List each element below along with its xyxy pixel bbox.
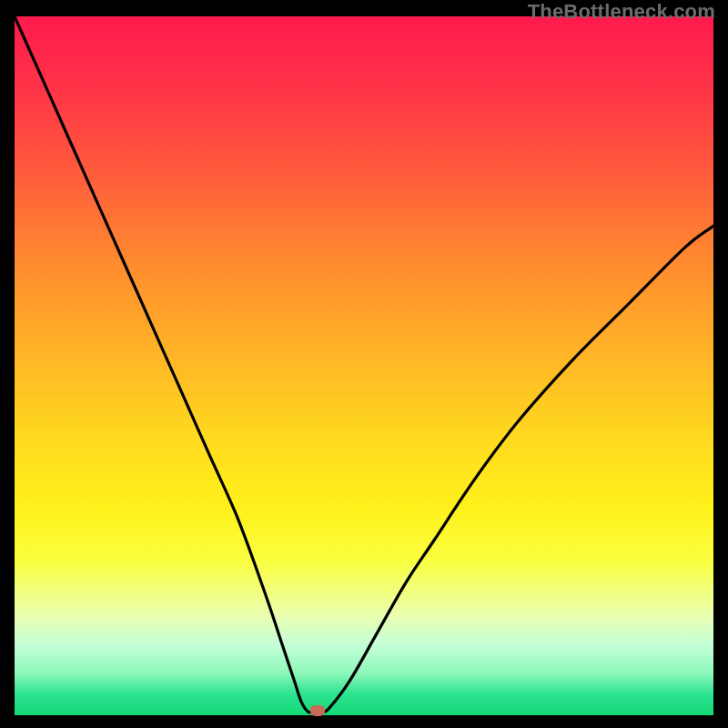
chart-frame: TheBottleneck.com: [0, 0, 728, 728]
curve-path: [15, 16, 713, 713]
plot-area: [15, 16, 713, 715]
optimal-point-marker: [310, 705, 325, 716]
bottleneck-curve: [15, 16, 713, 715]
watermark-text: TheBottleneck.com: [528, 0, 715, 24]
